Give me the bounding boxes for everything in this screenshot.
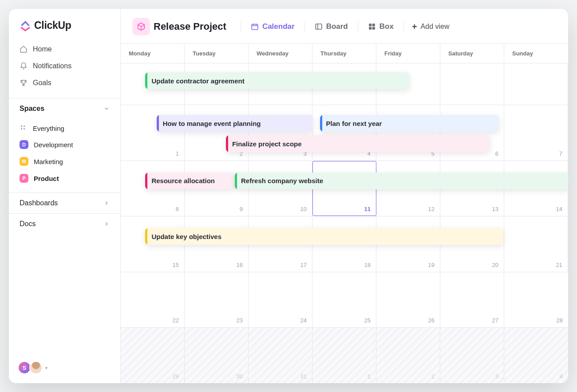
date-number: 9 [240,206,243,212]
week-row: 15 16 17 18 19 20 21 Update key objectiv… [121,216,568,272]
event-label: Refresh company website [241,177,323,184]
project-icon [132,18,150,35]
space-marketing[interactable]: M Marketing [14,153,115,169]
date-number: 13 [492,206,498,212]
dow-mon: Monday [121,44,185,63]
event-plan-next-year[interactable]: Plan for next year [320,115,499,132]
day-cell[interactable]: 26 [376,272,440,328]
event-update-objectives[interactable]: Update key objectives [145,228,503,245]
view-calendar[interactable]: Calendar [249,20,296,33]
day-cell[interactable]: 5 [376,105,440,161]
day-cell[interactable]: 21 [504,216,568,272]
day-cell[interactable]: 2 [185,105,249,161]
event-contractor-agreement[interactable]: Update contractor agreement [145,72,409,89]
space-everything[interactable]: Everything [14,121,115,136]
day-cell[interactable]: 6 [440,105,504,161]
event-refresh-website[interactable]: Refresh company website [235,172,568,189]
day-cell[interactable]: 27 [440,272,504,328]
weekday-header: Monday Tuesday Wednesday Thursday Friday… [121,44,568,63]
trophy-icon [20,79,28,87]
date-number: 12 [428,206,435,212]
box-icon [136,22,146,31]
separator [304,21,305,32]
weeks: Update contractor agreement 1 2 3 4 5 6 … [121,63,568,383]
day-cell[interactable]: 4 [504,328,568,383]
day-cell[interactable]: 31 [249,328,312,383]
date-number: 20 [492,262,498,268]
chevron-down-icon [103,106,110,112]
event-color-bar [320,115,322,132]
day-cell[interactable]: 24 [249,272,312,328]
dow-tue: Tuesday [185,44,249,63]
add-view-button[interactable]: + Add view [412,22,450,31]
space-development[interactable]: D Development [14,137,115,153]
date-number: 30 [237,373,243,380]
board-icon [315,23,323,31]
docs-label: Docs [20,220,36,228]
svg-point-1 [24,125,25,127]
day-cell[interactable]: 1 [312,328,376,383]
date-number: 16 [237,262,243,268]
date-number: 21 [556,262,562,268]
event-color-bar [157,115,159,132]
view-box[interactable]: Box [366,20,395,33]
date-number: 10 [300,206,307,212]
dashboards-section[interactable]: Dashboards [9,192,120,213]
day-cell[interactable]: 7 [504,105,568,161]
day-cell[interactable]: 22 [121,272,185,328]
day-cell[interactable]: 3 [249,105,312,161]
nav-home[interactable]: Home [14,41,115,57]
view-board[interactable]: Board [313,20,350,33]
day-cell[interactable]: 1 [121,105,185,161]
date-number: 26 [428,317,435,324]
day-cell[interactable]: 25 [312,272,376,328]
day-cell[interactable]: 30 [185,328,249,383]
event-manage-event-planning[interactable]: How to manage event planning [157,115,313,132]
date-number: 28 [557,317,563,324]
day-cell[interactable]: 28 [504,272,568,328]
event-color-bar [145,72,147,89]
spaces-header[interactable]: Spaces [9,98,120,119]
home-icon [20,45,28,53]
nav-home-label: Home [33,45,52,53]
date-number: 19 [428,262,435,268]
day-cell[interactable] [504,63,568,105]
user-avatars[interactable]: S ▾ [18,361,47,374]
sidebar: ClickUp Home Notifications Goals [9,9,121,383]
nav-notifications-label: Notifications [33,62,71,70]
space-product[interactable]: P Product [14,170,115,186]
separator [358,21,358,32]
dow-wed: Wednesday [249,44,312,63]
everything-icon [20,124,28,132]
week-row: 22 23 24 25 26 27 28 [121,272,568,328]
day-cell[interactable]: 3 [440,328,504,383]
app-window: ClickUp Home Notifications Goals [9,9,568,383]
date-number: 11 [364,206,371,212]
day-cell[interactable]: 2 [376,328,440,383]
day-cell[interactable] [440,63,504,105]
day-cell[interactable]: 29 [121,328,185,383]
event-label: Plan for next year [326,120,382,127]
day-cell[interactable]: 4 [312,105,376,161]
date-number: 7 [559,150,562,157]
nav-goals[interactable]: Goals [14,75,115,91]
add-view-label: Add view [421,23,450,31]
event-label: How to manage event planning [163,120,261,127]
date-number: 8 [176,206,179,212]
docs-section[interactable]: Docs [9,213,120,234]
nav-notifications[interactable]: Notifications [14,58,115,74]
date-number: 31 [300,373,307,380]
date-number: 25 [364,317,371,324]
event-resource-allocation[interactable]: Resource allocation [145,172,235,189]
event-label: Finalize project scope [232,140,302,148]
date-number: 1 [176,150,179,157]
event-finalize-scope[interactable]: Finalize project scope [226,135,490,152]
space-list: Everything D Development M Marketing P P… [9,119,120,192]
brand-logo[interactable]: ClickUp [9,9,120,39]
day-cell[interactable]: 23 [185,272,249,328]
event-color-bar [145,172,147,189]
project-title: Release Project [154,21,226,32]
nav-goals-label: Goals [33,79,51,87]
separator [403,21,404,32]
space-development-label: Development [34,141,73,149]
